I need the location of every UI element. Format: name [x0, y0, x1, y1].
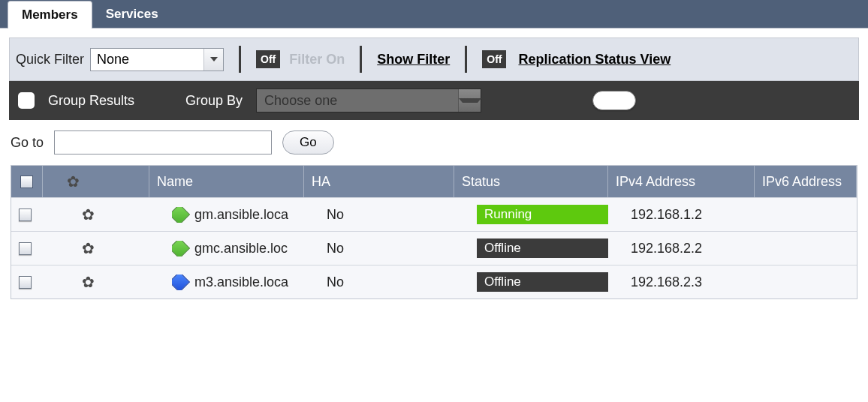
node-icon: [172, 274, 190, 290]
column-actions: ✿: [59, 166, 149, 197]
group-by-select[interactable]: Choose one: [256, 88, 481, 112]
quick-filter-input[interactable]: [91, 50, 203, 70]
status-badge: Offline: [477, 272, 608, 292]
ha-value: No: [327, 241, 344, 256]
filter-bar: Quick Filter Off Filter On Show Filter O…: [9, 38, 859, 81]
chevron-down-icon: [210, 57, 218, 62]
node-icon: [172, 207, 190, 223]
divider: [239, 46, 241, 73]
group-bar: Group Results Group By Choose one +: [9, 81, 859, 120]
status-badge: Running: [477, 205, 608, 224]
gear-icon[interactable]: ✿: [82, 240, 95, 256]
table-row[interactable]: ✿m3.ansible.locaNoOffline192.168.2.3: [11, 265, 857, 298]
gear-icon: ✿: [67, 172, 80, 190]
go-button[interactable]: Go: [282, 130, 334, 154]
node-icon: [172, 241, 190, 256]
tab-services[interactable]: Services: [92, 1, 172, 28]
table-row[interactable]: ✿gmc.ansible.locNoOffline192.168.2.2: [11, 231, 857, 265]
group-by-dropdown-button[interactable]: [458, 89, 481, 112]
member-name[interactable]: gm.ansible.loca: [194, 207, 288, 223]
group-by-label: Group By: [185, 93, 243, 109]
table-row[interactable]: ✿gm.ansible.locaNoRunning192.168.1.2: [11, 197, 857, 231]
column-ipv6[interactable]: IPv6 Address: [755, 166, 857, 197]
quick-filter-label: Quick Filter: [16, 52, 84, 68]
ha-value: No: [327, 274, 344, 290]
row-checkbox[interactable]: [19, 276, 32, 289]
quick-filter-select[interactable]: [90, 48, 224, 71]
tab-members[interactable]: Members: [8, 1, 92, 28]
filter-off-chip[interactable]: Off: [256, 50, 280, 68]
quick-filter-dropdown-button[interactable]: [203, 49, 223, 70]
replication-off-chip[interactable]: Off: [482, 50, 506, 68]
filter-on-label: Filter On: [289, 52, 345, 68]
goto-label: Go to: [11, 135, 44, 151]
goto-bar: Go to Go: [0, 120, 868, 165]
gear-icon[interactable]: ✿: [82, 274, 95, 290]
divider: [465, 46, 467, 73]
group-results-label: Group Results: [48, 93, 134, 109]
goto-input[interactable]: [54, 130, 272, 154]
column-ha[interactable]: HA: [304, 166, 454, 197]
spacer-column: [43, 166, 59, 197]
members-grid: ✿ Name HA Status IPv4 Address IPv6 Addre…: [11, 165, 857, 299]
replication-status-link[interactable]: Replication Status View: [518, 52, 671, 68]
ipv4-value: 192.168.1.2: [631, 207, 702, 222]
divider: [360, 46, 362, 73]
ha-value: No: [327, 207, 344, 222]
tab-bar: Members Services: [0, 0, 868, 28]
row-checkbox[interactable]: [19, 242, 32, 255]
column-name[interactable]: Name: [149, 166, 304, 197]
row-checkbox[interactable]: [19, 208, 32, 221]
group-results-checkbox[interactable]: [18, 92, 35, 109]
grid-header: ✿ Name HA Status IPv4 Address IPv6 Addre…: [11, 166, 857, 197]
status-badge: Offline: [477, 238, 608, 258]
gear-icon[interactable]: ✿: [82, 206, 95, 223]
add-group-button[interactable]: +: [592, 91, 636, 110]
ipv4-value: 192.168.2.3: [631, 274, 702, 290]
column-status[interactable]: Status: [454, 166, 608, 197]
member-name[interactable]: gmc.ansible.loc: [194, 241, 288, 256]
member-name[interactable]: m3.ansible.loca: [194, 274, 288, 290]
ipv4-value: 192.168.2.2: [631, 241, 702, 256]
column-ipv4[interactable]: IPv4 Address: [608, 166, 755, 197]
select-all-checkbox[interactable]: [20, 176, 33, 188]
chevron-down-icon: [459, 98, 481, 103]
show-filter-link[interactable]: Show Filter: [377, 52, 450, 68]
group-by-placeholder: Choose one: [257, 93, 458, 109]
